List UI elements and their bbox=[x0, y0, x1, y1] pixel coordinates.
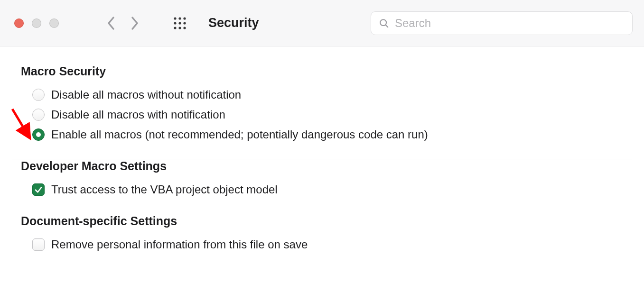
radio-label: Disable all macros without notification bbox=[51, 88, 241, 101]
close-window-button[interactable] bbox=[14, 18, 24, 28]
section-document-specific-settings: Document-specific Settings Remove person… bbox=[0, 214, 644, 269]
checkbox[interactable] bbox=[32, 183, 45, 196]
svg-point-2 bbox=[183, 17, 186, 19]
section-heading: Developer Macro Settings bbox=[21, 159, 623, 173]
section-macro-security: Macro Security Disable all macros withou… bbox=[0, 64, 644, 159]
window-controls bbox=[14, 18, 59, 28]
zoom-window-button[interactable] bbox=[49, 18, 59, 28]
radio-row-disable-with-notification[interactable]: Disable all macros with notification bbox=[21, 105, 623, 125]
show-all-button[interactable] bbox=[170, 14, 189, 33]
search-box[interactable] bbox=[371, 11, 633, 35]
svg-point-6 bbox=[174, 27, 176, 29]
minimize-window-button[interactable] bbox=[32, 18, 41, 28]
back-button[interactable] bbox=[102, 14, 121, 33]
radio-label: Disable all macros with notification bbox=[51, 108, 225, 121]
radio-row-enable-all-macros[interactable]: Enable all macros (not recommended; pote… bbox=[21, 125, 623, 145]
svg-point-8 bbox=[183, 27, 186, 29]
radio-button[interactable] bbox=[32, 128, 45, 141]
svg-point-3 bbox=[174, 22, 176, 24]
checkbox-row-remove-personal-info[interactable]: Remove personal information from this fi… bbox=[21, 235, 623, 255]
toolbar: Security bbox=[0, 0, 644, 46]
section-heading: Macro Security bbox=[21, 64, 623, 78]
forward-button[interactable] bbox=[125, 14, 144, 33]
svg-point-4 bbox=[178, 22, 181, 24]
section-heading: Document-specific Settings bbox=[21, 214, 623, 228]
svg-point-5 bbox=[183, 22, 186, 24]
svg-point-7 bbox=[178, 27, 181, 29]
radio-label: Enable all macros (not recommended; pote… bbox=[51, 128, 428, 141]
checkbox-label: Remove personal information from this fi… bbox=[51, 238, 308, 251]
svg-point-1 bbox=[178, 17, 181, 19]
section-developer-macro-settings: Developer Macro Settings Trust access to… bbox=[0, 159, 644, 214]
grid-icon bbox=[173, 17, 187, 30]
check-icon bbox=[34, 185, 43, 194]
chevron-right-icon bbox=[131, 16, 139, 30]
svg-line-10 bbox=[385, 25, 388, 27]
search-input[interactable] bbox=[395, 17, 625, 30]
svg-point-0 bbox=[174, 17, 176, 19]
search-icon bbox=[379, 18, 389, 28]
page-title: Security bbox=[208, 16, 259, 30]
checkbox[interactable] bbox=[32, 238, 45, 251]
checkbox-label: Trust access to the VBA project object m… bbox=[51, 183, 278, 196]
content-area: Macro Security Disable all macros withou… bbox=[0, 46, 644, 269]
chevron-left-icon bbox=[107, 16, 115, 30]
radio-button[interactable] bbox=[32, 89, 45, 101]
radio-button[interactable] bbox=[32, 109, 45, 121]
checkbox-row-trust-vba-access[interactable]: Trust access to the VBA project object m… bbox=[21, 180, 623, 200]
radio-row-disable-without-notification[interactable]: Disable all macros without notification bbox=[21, 85, 623, 105]
